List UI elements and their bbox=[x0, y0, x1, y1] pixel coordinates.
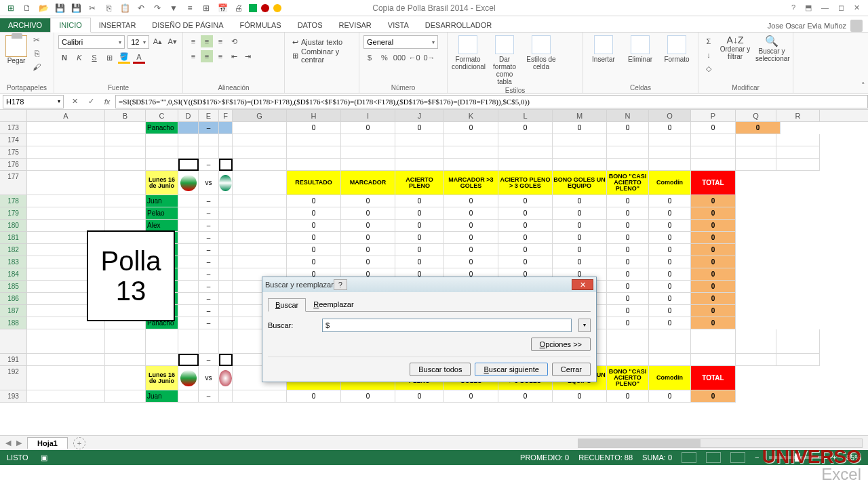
cell[interactable] bbox=[178, 305, 199, 317]
tab-find[interactable]: Buscar bbox=[268, 298, 306, 312]
merge-center-button[interactable]: ⊞Combinar y centrar bbox=[289, 49, 355, 62]
cell[interactable] bbox=[219, 159, 233, 171]
percent-icon[interactable]: % bbox=[378, 52, 391, 64]
cell[interactable]: 0 bbox=[649, 293, 691, 305]
cell[interactable]: – bbox=[199, 281, 219, 293]
cell[interactable] bbox=[178, 293, 199, 305]
cell[interactable]: 0 bbox=[498, 244, 553, 256]
find-input[interactable] bbox=[322, 319, 572, 332]
cell[interactable]: – bbox=[199, 390, 219, 403]
cell[interactable]: BONO "CASI ACIERTO PLENO" bbox=[607, 171, 649, 195]
zoom-out-icon[interactable]: − bbox=[755, 453, 759, 462]
save-icon[interactable]: 💾 bbox=[54, 2, 66, 14]
bold-button[interactable]: N bbox=[58, 52, 71, 64]
row-header[interactable]: 183 bbox=[0, 256, 27, 268]
cell[interactable] bbox=[27, 329, 105, 354]
undo-icon[interactable]: ↶ bbox=[135, 2, 147, 14]
zoom-in-icon[interactable]: + bbox=[833, 453, 837, 462]
cell[interactable] bbox=[553, 134, 607, 146]
cell[interactable] bbox=[178, 390, 199, 403]
format-cells-button[interactable]: Formato bbox=[660, 35, 693, 63]
cell[interactable] bbox=[395, 134, 444, 146]
zoom-slider[interactable] bbox=[769, 456, 823, 459]
cell[interactable]: 0 bbox=[498, 207, 553, 220]
cell[interactable]: 0 bbox=[649, 232, 691, 244]
col-header[interactable]: P bbox=[691, 110, 736, 121]
fx-icon[interactable]: fx bbox=[99, 98, 115, 106]
cell[interactable]: 0 bbox=[553, 122, 607, 134]
cut-icon[interactable]: ✂ bbox=[31, 35, 42, 46]
ribbon-toggle-icon[interactable]: ⬒ bbox=[805, 3, 812, 12]
cell[interactable]: 0 bbox=[341, 232, 395, 244]
sheet-nav-next-icon[interactable]: ▶ bbox=[16, 439, 22, 447]
cell[interactable] bbox=[178, 159, 199, 171]
row-header[interactable]: 173 bbox=[0, 122, 27, 134]
cell[interactable]: 0 bbox=[736, 122, 781, 134]
cell[interactable]: 0 bbox=[287, 390, 341, 403]
cell[interactable] bbox=[27, 134, 105, 146]
cell[interactable]: 0 bbox=[649, 281, 691, 293]
dialog-titlebar[interactable]: Buscar y reemplazar ? ✕ bbox=[262, 277, 596, 292]
row-header[interactable]: 174 bbox=[0, 134, 27, 146]
cell[interactable]: TOTAL bbox=[691, 366, 736, 390]
cell[interactable] bbox=[691, 134, 736, 146]
cell[interactable]: 0 bbox=[649, 207, 691, 220]
cell[interactable]: 0 bbox=[498, 390, 553, 403]
cell[interactable]: Panacho bbox=[146, 122, 178, 134]
cell[interactable]: MARCADOR >3 GOLES bbox=[444, 171, 498, 195]
col-header[interactable]: L bbox=[498, 110, 553, 121]
cell[interactable] bbox=[178, 329, 199, 354]
tab-review[interactable]: REVISAR bbox=[331, 18, 380, 32]
cell[interactable]: 0 bbox=[607, 232, 649, 244]
indent-inc-icon[interactable]: ⇥ bbox=[241, 50, 254, 62]
sheet-nav-prev-icon[interactable]: ◀ bbox=[5, 439, 11, 447]
cell[interactable]: 0 bbox=[341, 244, 395, 256]
underline-button[interactable]: S bbox=[88, 52, 100, 64]
cell[interactable]: Lunes 16 de Junio bbox=[146, 366, 178, 390]
row-header[interactable]: 179 bbox=[0, 207, 27, 220]
inc-dec-icon[interactable]: ←0 bbox=[408, 52, 420, 64]
cut-icon[interactable]: ✂ bbox=[86, 2, 98, 14]
col-header[interactable]: J bbox=[395, 110, 444, 121]
cell[interactable] bbox=[219, 281, 233, 293]
cell[interactable]: 0 bbox=[607, 281, 649, 293]
cell[interactable]: 0 bbox=[607, 195, 649, 207]
cell[interactable] bbox=[146, 354, 178, 366]
cell[interactable] bbox=[498, 134, 553, 146]
cell[interactable] bbox=[219, 207, 233, 220]
cell[interactable] bbox=[233, 390, 287, 403]
cell[interactable]: 0 bbox=[395, 220, 444, 232]
view-layout-icon[interactable] bbox=[706, 452, 721, 463]
cell[interactable]: 0 bbox=[395, 207, 444, 220]
cell[interactable] bbox=[649, 329, 691, 354]
cell[interactable] bbox=[607, 146, 649, 159]
number-format-combo[interactable]: General▾ bbox=[363, 35, 438, 49]
cell[interactable] bbox=[178, 244, 199, 256]
row-header[interactable] bbox=[0, 329, 27, 354]
cell[interactable] bbox=[553, 146, 607, 159]
cell[interactable]: ACIERTO PLENO > 3 GOLES bbox=[498, 171, 553, 195]
name-box[interactable]: H178▾ bbox=[3, 95, 64, 108]
cell[interactable] bbox=[105, 329, 146, 354]
cell[interactable] bbox=[341, 146, 395, 159]
cell[interactable]: 0 bbox=[287, 232, 341, 244]
maximize-icon[interactable]: ◻ bbox=[838, 3, 844, 12]
cell[interactable] bbox=[219, 146, 233, 159]
new-icon[interactable]: 🗋 bbox=[21, 2, 33, 14]
autosum-icon[interactable]: Σ bbox=[703, 35, 715, 47]
cell[interactable] bbox=[105, 146, 146, 159]
cell[interactable] bbox=[178, 134, 199, 146]
cond-format-button[interactable]: Formato condicional bbox=[452, 35, 484, 85]
dialog-close-icon[interactable]: ✕ bbox=[572, 279, 593, 290]
cell[interactable] bbox=[219, 134, 233, 146]
cell[interactable] bbox=[178, 317, 199, 329]
col-header[interactable]: M bbox=[553, 110, 607, 121]
add-sheet-button[interactable]: + bbox=[73, 437, 85, 449]
cell[interactable]: 0 bbox=[607, 268, 649, 281]
row-header[interactable]: 185 bbox=[0, 281, 27, 293]
row-header[interactable]: 175 bbox=[0, 146, 27, 159]
clear-icon[interactable]: ◇ bbox=[703, 62, 715, 75]
cell[interactable]: 0 bbox=[607, 390, 649, 403]
cell[interactable]: MARCADOR bbox=[341, 171, 395, 195]
cell[interactable]: 0 bbox=[395, 195, 444, 207]
